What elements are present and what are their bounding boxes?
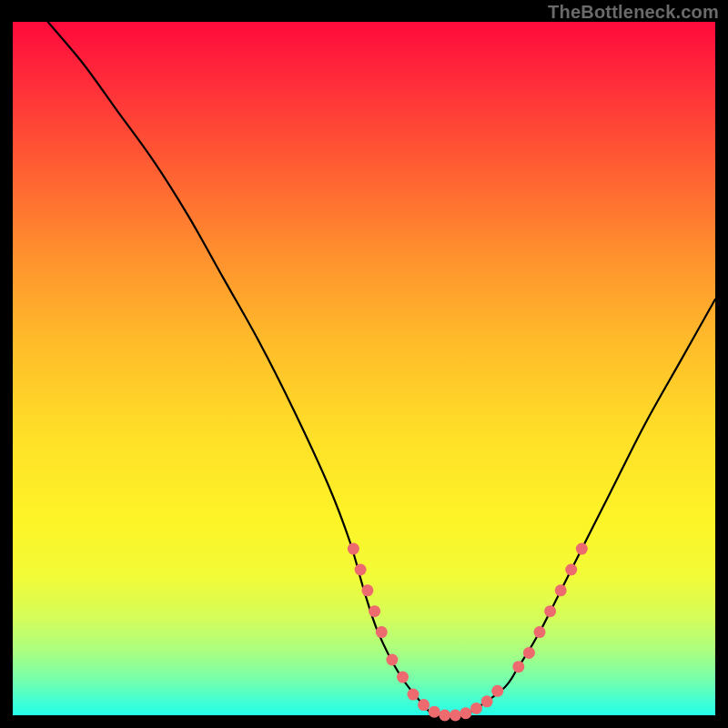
- highlight-dot: [565, 564, 577, 576]
- highlight-dot: [544, 605, 556, 617]
- highlight-dot: [555, 584, 567, 596]
- highlight-dot: [512, 661, 524, 672]
- watermark-text: TheBottleneck.com: [548, 2, 719, 23]
- highlight-dot: [534, 626, 546, 638]
- highlight-dot: [470, 703, 482, 714]
- chart-frame: TheBottleneck.com: [0, 0, 728, 728]
- bottleneck-curve: [48, 22, 715, 716]
- highlight-dot: [450, 710, 461, 722]
- highlight-dot: [376, 626, 388, 638]
- highlight-dot: [481, 695, 493, 707]
- chart-svg: [13, 22, 715, 715]
- highlight-dot: [355, 564, 367, 576]
- highlight-dot: [460, 707, 471, 719]
- highlight-dot: [348, 543, 359, 555]
- highlight-dot: [429, 706, 440, 718]
- highlight-dot: [523, 647, 535, 659]
- highlight-dot: [418, 699, 430, 711]
- highlight-dot: [361, 584, 373, 596]
- highlight-dot: [576, 543, 588, 555]
- highlight-dots: [348, 543, 588, 722]
- highlight-dot: [491, 685, 503, 697]
- highlight-dot: [408, 689, 420, 701]
- highlight-dot: [397, 672, 409, 683]
- highlight-dot: [386, 654, 398, 666]
- highlight-dot: [369, 605, 380, 617]
- highlight-dot: [439, 710, 450, 722]
